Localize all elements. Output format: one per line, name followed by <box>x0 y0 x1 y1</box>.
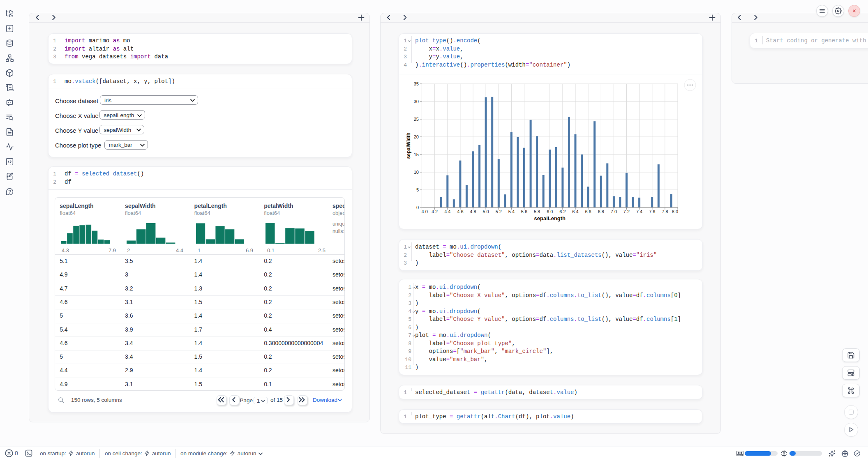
svg-text:4.8: 4.8 <box>470 209 476 214</box>
svg-text:8.0: 8.0 <box>672 209 678 214</box>
svg-text:0: 0 <box>416 205 419 210</box>
svg-text:7.8: 7.8 <box>662 209 668 214</box>
svg-text:25: 25 <box>414 117 419 122</box>
svg-text:10: 10 <box>414 170 419 175</box>
svg-text:5.2: 5.2 <box>496 209 502 214</box>
svg-text:5.4: 5.4 <box>508 209 515 214</box>
svg-text:4.0: 4.0 <box>422 209 428 214</box>
svg-text:sepalWidth: sepalWidth <box>406 133 411 159</box>
svg-text:5: 5 <box>416 187 419 192</box>
svg-text:15: 15 <box>414 152 419 157</box>
svg-text:7.6: 7.6 <box>649 209 655 214</box>
svg-text:30: 30 <box>414 99 419 104</box>
svg-text:6.2: 6.2 <box>559 209 566 214</box>
svg-text:4.4: 4.4 <box>444 209 450 214</box>
svg-text:6.4: 6.4 <box>572 209 578 214</box>
svg-text:6.8: 6.8 <box>598 209 604 214</box>
svg-text:4.2: 4.2 <box>432 209 438 214</box>
svg-text:5.8: 5.8 <box>534 209 540 214</box>
svg-text:6.0: 6.0 <box>547 209 553 214</box>
svg-text:sepalLength: sepalLength <box>534 215 566 221</box>
svg-text:6.6: 6.6 <box>585 209 591 214</box>
svg-text:5.6: 5.6 <box>521 209 527 214</box>
svg-text:7.0: 7.0 <box>611 209 617 214</box>
svg-text:5.0: 5.0 <box>482 209 489 214</box>
svg-text:4.6: 4.6 <box>457 209 463 214</box>
svg-text:7.2: 7.2 <box>623 209 630 214</box>
svg-text:35: 35 <box>414 81 419 86</box>
svg-text:7.4: 7.4 <box>636 209 642 214</box>
svg-text:20: 20 <box>414 134 419 139</box>
